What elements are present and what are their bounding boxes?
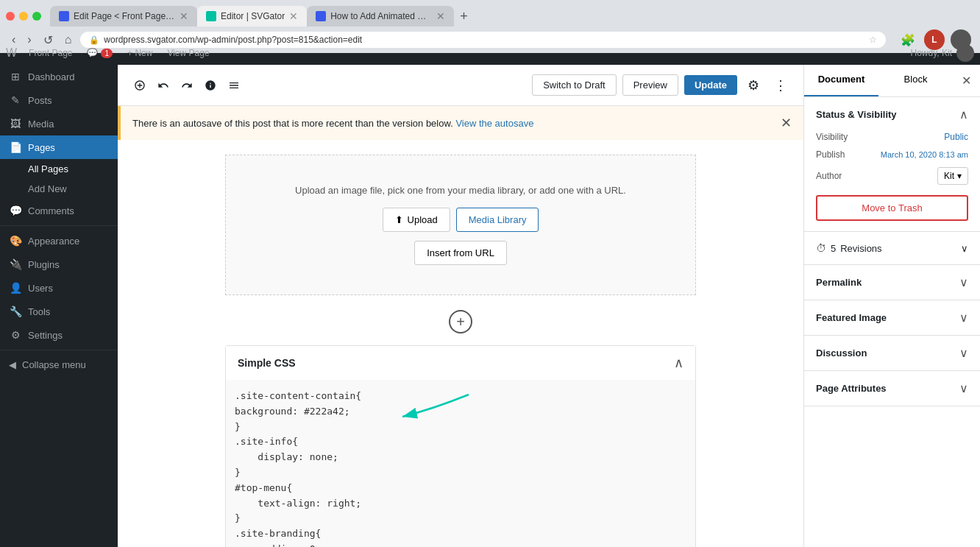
switch-draft-button[interactable]: Switch to Draft	[532, 74, 617, 96]
sidebar-item-appearance[interactable]: 🎨 Appearance	[0, 229, 118, 253]
featured-image-header[interactable]: Featured Image ∨	[804, 300, 980, 335]
revisions-icon: ⏱	[816, 242, 826, 254]
new-content-link[interactable]: + New	[121, 41, 158, 65]
sidebar-item-posts[interactable]: ✎ Posts	[0, 88, 118, 112]
collapse-menu-button[interactable]: ◀ Collapse menu	[0, 353, 118, 376]
tab-favicon-2	[206, 11, 216, 21]
plugins-icon: 🔌	[9, 258, 22, 270]
editor-area: Switch to Draft Preview Update ⚙ ⋮ There…	[118, 65, 803, 547]
new-tab-button[interactable]: +	[454, 9, 474, 24]
browser-tab-1[interactable]: Edit Page < Front Page — Word… ✕	[50, 6, 197, 27]
sidebar-item-settings[interactable]: ⚙ Settings	[0, 323, 118, 347]
permalink-header[interactable]: Permalink ∨	[804, 265, 980, 300]
toolbar-right: Switch to Draft Preview Update ⚙ ⋮	[532, 73, 792, 98]
upload-icon: ⬆	[395, 214, 403, 225]
view-page-link[interactable]: View Page	[161, 41, 215, 65]
maximize-window-button[interactable]	[32, 12, 41, 21]
tab-close-3[interactable]: ✕	[436, 10, 445, 22]
status-visibility-header[interactable]: Status & Visibility ∧	[804, 97, 980, 132]
autosave-close-button[interactable]: ✕	[781, 115, 792, 131]
autosave-banner: There is an autosave of this post that i…	[118, 106, 803, 140]
media-library-button[interactable]: Media Library	[456, 208, 539, 232]
insert-url-button[interactable]: Insert from URL	[414, 241, 507, 265]
sidebar-item-pages[interactable]: 📄 Pages	[0, 135, 118, 159]
howdy-text: Howdy, Kit	[911, 48, 952, 58]
sidebar-item-comments[interactable]: 💬 Comments	[0, 199, 118, 222]
undo-button[interactable]	[153, 75, 174, 96]
status-visibility-toggle[interactable]: ∧	[959, 107, 968, 121]
discussion-header[interactable]: Discussion ∨	[804, 336, 980, 370]
css-section-header[interactable]: Simple CSS ∧	[226, 346, 695, 380]
back-button[interactable]: ‹	[9, 32, 18, 48]
minimize-window-button[interactable]	[19, 12, 28, 21]
tab-document[interactable]: Document	[804, 65, 878, 96]
browser-tab-3[interactable]: How to Add Animated SVG to W… ✕	[307, 6, 454, 27]
editor-inner: Upload an image file, pick one from your…	[225, 155, 696, 532]
publish-value[interactable]: March 10, 2020 8:13 am	[881, 150, 968, 159]
featured-image-toggle[interactable]: ∨	[959, 311, 968, 325]
add-block-toolbar-button[interactable]	[129, 75, 150, 96]
panel-close-button[interactable]: ✕	[953, 65, 980, 96]
more-options-button[interactable]: ⋮	[770, 73, 792, 98]
user-avatar[interactable]	[956, 44, 974, 62]
preview-button[interactable]: Preview	[622, 74, 678, 96]
redo-button[interactable]	[177, 75, 197, 96]
traffic-lights	[6, 12, 41, 21]
info-icon	[205, 80, 216, 91]
revisions-section[interactable]: ⏱ 5 Revisions ∨	[804, 232, 980, 265]
autosave-message: There is an autosave of this post that i…	[132, 118, 453, 129]
autosave-text: There is an autosave of this post that i…	[132, 118, 533, 129]
section-discussion: Discussion ∨	[804, 336, 980, 371]
visibility-value[interactable]: Public	[944, 132, 968, 142]
pages-icon: 📄	[9, 141, 22, 153]
autosave-link[interactable]: View the autosave	[455, 118, 533, 129]
settings-gear-button[interactable]: ⚙	[743, 73, 764, 98]
tab-block[interactable]: Block	[878, 65, 953, 96]
author-select[interactable]: Kit ▾	[937, 167, 968, 185]
sidebar-item-dashboard[interactable]: ⊞ Dashboard	[0, 65, 118, 88]
discussion-toggle[interactable]: ∨	[959, 346, 968, 360]
image-upload-text: Upload an image file, pick one from your…	[241, 185, 681, 196]
comments-link[interactable]: 💬 1	[81, 41, 118, 65]
upload-button[interactable]: ⬆ Upload	[383, 208, 450, 232]
add-block-center-button[interactable]: +	[449, 310, 472, 334]
add-icon	[134, 80, 146, 91]
page-attributes-toggle[interactable]: ∨	[959, 381, 968, 395]
sidebar: ⊞ Dashboard ✎ Posts 🖼 Media 📄 Pages All …	[0, 65, 118, 547]
wp-logo-icon[interactable]: W	[6, 46, 17, 60]
collapse-icon: ◀	[9, 359, 16, 370]
sidebar-divider-2	[0, 350, 118, 350]
browser-tab-2[interactable]: Editor | SVGator ✕	[197, 6, 307, 27]
update-button[interactable]: Update	[684, 75, 737, 95]
all-pages-label: All Pages	[28, 163, 68, 174]
sidebar-item-tools[interactable]: 🔧 Tools	[0, 300, 118, 323]
page-attributes-title: Page Attributes	[816, 383, 887, 394]
css-section-collapse-button[interactable]: ∧	[674, 355, 683, 371]
sidebar-subitem-add-new[interactable]: Add New	[0, 179, 118, 199]
close-window-button[interactable]	[6, 12, 15, 21]
comment-icon: 💬	[87, 48, 98, 58]
tab-close-2[interactable]: ✕	[289, 10, 298, 22]
sidebar-item-media[interactable]: 🖼 Media	[0, 112, 118, 135]
undo-icon	[157, 80, 169, 91]
page-attributes-header[interactable]: Page Attributes ∨	[804, 371, 980, 406]
move-to-trash-button[interactable]: Move to Trash	[816, 195, 968, 221]
permalink-title: Permalink	[816, 277, 862, 288]
info-button[interactable]	[200, 75, 221, 96]
sidebar-item-users[interactable]: 👤 Users	[0, 276, 118, 300]
image-upload-block: Upload an image file, pick one from your…	[225, 155, 696, 295]
visibility-row: Visibility Public	[816, 132, 968, 142]
media-icon: 🖼	[9, 118, 22, 130]
tab-close-1[interactable]: ✕	[180, 10, 188, 22]
sidebar-subitem-all-pages[interactable]: All Pages	[0, 159, 118, 179]
site-name-link[interactable]: Front Page	[23, 41, 78, 65]
block-navigation-button[interactable]	[224, 75, 244, 96]
css-code[interactable]: .site-content-contain{ background: #222a…	[235, 389, 686, 547]
author-label: Author	[816, 171, 842, 181]
collapse-label: Collapse menu	[22, 359, 86, 370]
bookmark-icon[interactable]: ☆	[869, 35, 877, 45]
sidebar-item-plugins[interactable]: 🔌 Plugins	[0, 253, 118, 276]
css-section-title: Simple CSS	[238, 357, 296, 369]
permalink-toggle[interactable]: ∨	[959, 275, 968, 289]
css-editor[interactable]: .site-content-contain{ background: #222a…	[226, 380, 695, 547]
